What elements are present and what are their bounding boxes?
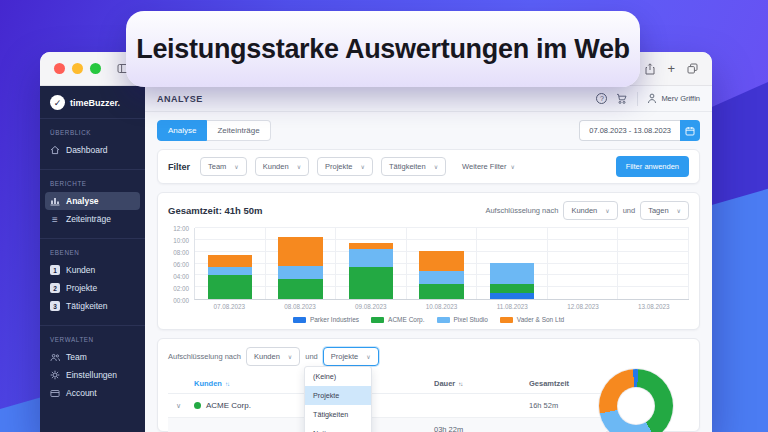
chart-column (195, 228, 266, 299)
apply-filter-button[interactable]: Filter anwenden (616, 156, 689, 177)
x-tick-label: 13.08.2023 (618, 303, 689, 310)
bar-chart-yaxis: 00:0002:0004:0006:0008:0010:0012:00 (168, 228, 194, 300)
bar-segment (419, 284, 464, 299)
x-tick-label: 12.08.2023 (548, 303, 619, 310)
user-menu[interactable]: Merv Griffin (647, 93, 700, 104)
sidebar-item-label: Tätigkeiten (66, 301, 108, 311)
app-logo[interactable]: timeBuzzer. (40, 86, 145, 119)
tab-analyse[interactable]: Analyse (157, 120, 207, 141)
minimize-button[interactable] (72, 63, 83, 74)
legend-item: Vader & Son Ltd (500, 316, 564, 323)
breakdown-select-1[interactable]: Kunden (563, 201, 617, 220)
sidebar-item-account[interactable]: Account (40, 384, 145, 402)
home-icon (50, 145, 60, 155)
legend-swatch (371, 317, 384, 323)
x-tick-label: 08.08.2023 (265, 303, 336, 310)
bar-segment (490, 293, 535, 299)
tab-overview-icon[interactable] (687, 63, 698, 74)
calendar-button[interactable] (680, 120, 700, 141)
column-header-kunden[interactable]: Kunden (194, 379, 306, 388)
chart-legend: Parker IndustriesACME Corp.Pixel StudioV… (168, 316, 689, 323)
customer-color-dot (194, 402, 201, 409)
column-header-dauer[interactable]: Dauer (434, 379, 529, 388)
breakdown-table-card: Aufschlüsselung nach Kunden und Projekte… (157, 338, 700, 432)
gear-icon (50, 370, 60, 380)
bar-segment (349, 249, 394, 267)
bar-chart-plot (194, 228, 689, 300)
banner-title: Leistungsstarke Auswertungen im Web (136, 34, 630, 65)
chart-column (407, 228, 478, 299)
table-breakdown-select-1[interactable]: Kunden (246, 347, 300, 366)
sidebar-item-dashboard[interactable]: Dashboard (40, 141, 145, 159)
menu-item-projekte[interactable]: Projekte (305, 386, 371, 405)
sidebar-item-label: Account (66, 388, 97, 398)
and-label: und (305, 352, 318, 361)
analysis-chart-card: Gesamtzeit: 41h 50m Aufschlüsselung nach… (157, 192, 700, 330)
table-breakdown-select-2[interactable]: Projekte (323, 347, 379, 366)
column-header-gesamtzeit[interactable]: Gesamtzeit (529, 379, 614, 388)
timebuzzer-logo-icon (50, 95, 65, 110)
sidebar-item-kunden[interactable]: 1 Kunden (40, 261, 145, 279)
bar-chart-icon (50, 196, 60, 206)
share-icon[interactable] (645, 63, 655, 75)
close-button[interactable] (54, 63, 65, 74)
date-range-value[interactable]: 07.08.2023 - 13.08.2023 (579, 120, 680, 141)
filter-label: Filter (168, 162, 190, 172)
legend-swatch (293, 317, 306, 323)
sidebar-item-analyse[interactable]: Analyse (45, 192, 140, 210)
sidebar-item-team[interactable]: Team (40, 348, 145, 366)
sidebar-section-ueberblick: ÜBERBLICK (50, 129, 135, 136)
results-table: Kunden Projekte Dauer Gesamtzeit ACME Co… (168, 374, 606, 432)
sidebar-item-label: Team (66, 352, 87, 362)
menu-item-taetigkeiten[interactable]: Tätigkeiten (305, 405, 371, 424)
more-filters-link[interactable]: Weitere Filter (462, 162, 515, 171)
sidebar-item-zeiteintraege[interactable]: Zeiteinträge (40, 210, 145, 228)
zoom-button[interactable] (90, 63, 101, 74)
sidebar-item-einstellungen[interactable]: Einstellungen (40, 366, 145, 384)
sidebar-section-verwalten: VERWALTEN (50, 336, 135, 343)
chevron-down-icon (434, 162, 438, 171)
x-tick-label: 11.08.2023 (477, 303, 548, 310)
breakdown-dropdown-menu: (Keine) Projekte Tätigkeiten Notizen Tea… (304, 366, 372, 432)
bar-segment (208, 267, 253, 275)
x-tick-label: 10.08.2023 (406, 303, 477, 310)
filter-dropdown-taetigkeiten[interactable]: Tätigkeiten (381, 157, 446, 176)
sidebar-section-berichte: BERICHTE (50, 180, 135, 187)
filter-dropdown-projekte[interactable]: Projekte (317, 157, 373, 176)
tab-zeiteintraege[interactable]: Zeiteinträge (207, 120, 270, 141)
bar-segment (419, 271, 464, 285)
chevron-down-icon (234, 162, 238, 171)
chevron-down-icon (361, 162, 365, 171)
table-row[interactable]: ACME Corp. 16h 52m (168, 394, 606, 418)
legend-swatch (437, 317, 450, 323)
divider (40, 169, 145, 170)
cart-icon[interactable] (616, 93, 628, 105)
breakdown-label: Aufschlüsselung nach (168, 352, 241, 361)
filter-dropdown-kunden[interactable]: Kunden (255, 157, 309, 176)
sidebar-item-taetigkeiten[interactable]: 3 Tätigkeiten (40, 297, 145, 315)
filter-bar: Filter Team Kunden Projekte Tätigkeiten … (157, 149, 700, 184)
filter-dropdown-team[interactable]: Team (200, 157, 247, 176)
chart-column (477, 228, 548, 299)
team-icon (50, 352, 60, 362)
new-tab-icon[interactable] (667, 61, 675, 76)
card-icon (50, 388, 60, 398)
sidebar-item-label: Zeiteinträge (66, 214, 111, 224)
sidebar-item-projekte[interactable]: 2 Projekte (40, 279, 145, 297)
legend-item: Parker Industries (293, 316, 359, 323)
view-tabs: Analyse Zeiteinträge (157, 120, 271, 141)
and-label: und (623, 206, 636, 215)
menu-item-notizen[interactable]: Notizen (305, 424, 371, 432)
page-title: ANALYSE (157, 94, 203, 104)
menu-item-keine[interactable]: (Keine) (305, 367, 371, 386)
chart-column (336, 228, 407, 299)
page-header: ANALYSE Merv Griffin (145, 86, 712, 112)
chevron-down-icon (677, 206, 681, 215)
bar-segment (278, 279, 323, 299)
expand-row-icon[interactable] (168, 401, 194, 410)
table-row[interactable]: Corpora 03h 22m (168, 418, 606, 432)
breakdown-select-2[interactable]: Tagen (640, 201, 689, 220)
sidebar-item-label: Einstellungen (66, 370, 117, 380)
help-icon[interactable] (596, 93, 607, 104)
list-icon (50, 214, 60, 224)
